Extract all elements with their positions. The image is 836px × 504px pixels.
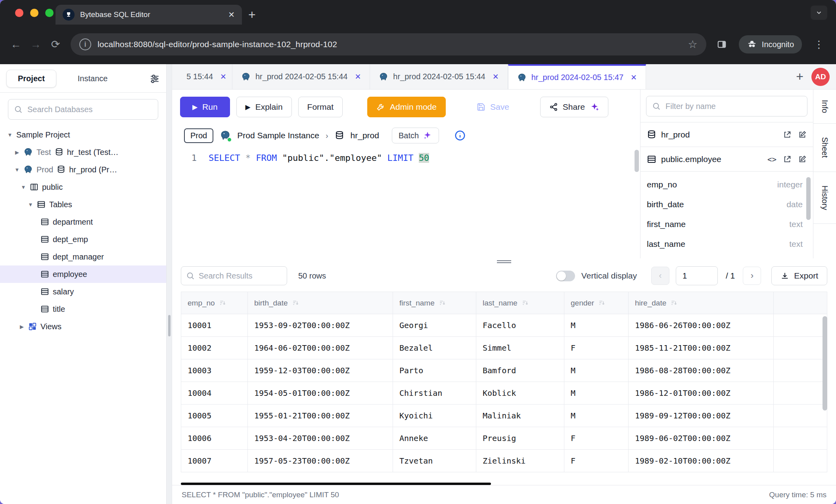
- cell-birth-date[interactable]: 1957-05-23T00:00:00Z: [248, 450, 393, 472]
- cell-emp-no[interactable]: 10002: [181, 337, 248, 359]
- edit-icon[interactable]: [798, 155, 807, 164]
- cell-first-name[interactable]: Parto: [393, 359, 476, 382]
- caret-down-icon[interactable]: ▼: [14, 167, 20, 173]
- browser-menu-icon[interactable]: ⋮: [810, 38, 829, 51]
- zoom-window-button[interactable]: [45, 9, 54, 17]
- save-button[interactable]: Save: [468, 97, 518, 117]
- panel-splitter[interactable]: [172, 258, 836, 265]
- tree-item-tables-group[interactable]: ▼ Tables: [0, 196, 166, 213]
- connection-info-icon[interactable]: [454, 130, 466, 141]
- edit-icon[interactable]: [798, 130, 807, 139]
- cell-last-name[interactable]: Simmel: [476, 337, 564, 359]
- table-row[interactable]: 10007 1957-05-23T00:00:00Z Tzvetan Zieli…: [181, 450, 827, 472]
- batch-button[interactable]: Batch: [392, 128, 439, 143]
- prev-page-button[interactable]: ‹: [651, 267, 669, 285]
- share-button[interactable]: Share: [540, 97, 608, 117]
- tree-item-table-employee-selected[interactable]: employee: [0, 265, 166, 283]
- close-tab-icon[interactable]: ✕: [220, 72, 226, 81]
- back-button[interactable]: ←: [7, 36, 25, 53]
- column-row[interactable]: last_name text: [647, 234, 803, 254]
- cell-hire-date[interactable]: 1985-11-21T00:00:00Z: [629, 337, 774, 359]
- column-header-gender[interactable]: gender: [564, 292, 629, 314]
- cell-gender[interactable]: F: [564, 450, 629, 472]
- column-row[interactable]: birth_date date: [647, 195, 803, 214]
- tree-item-table[interactable]: title: [0, 300, 166, 318]
- next-page-button[interactable]: ›: [743, 267, 761, 285]
- table-row[interactable]: 10002 1964-06-02T00:00:00Z Bezalel Simme…: [181, 337, 827, 359]
- editor-tab-3-active[interactable]: hr_prod 2024-02-05 15:47 ✕: [508, 64, 646, 89]
- editor-tab-0[interactable]: 5 15:44 ✕: [172, 64, 232, 89]
- cell-hire-date[interactable]: 1989-06-02T00:00:00Z: [629, 427, 774, 450]
- cell-hire-date[interactable]: 1989-09-12T00:00:00Z: [629, 405, 774, 427]
- caret-right-icon[interactable]: ▶: [19, 324, 25, 330]
- tree-settings-icon[interactable]: [150, 74, 160, 84]
- browser-tab[interactable]: Bytebase SQL Editor ✕: [56, 5, 242, 25]
- column-header-emp-no[interactable]: emp_no: [181, 292, 248, 314]
- cell-first-name[interactable]: Tzvetan: [393, 450, 476, 472]
- column-row[interactable]: first_name text: [647, 214, 803, 234]
- tree-item-test-db[interactable]: ▶ Test hr_test (Test…: [0, 143, 166, 161]
- search-databases-input[interactable]: [27, 105, 152, 114]
- cell-birth-date[interactable]: 1954-05-01T00:00:00Z: [248, 382, 393, 405]
- cell-emp-no[interactable]: 10005: [181, 405, 248, 427]
- table-row[interactable]: 10001 1953-09-02T00:00:00Z Georgi Facell…: [181, 314, 827, 337]
- cell-emp-no[interactable]: 10003: [181, 359, 248, 382]
- tab-project[interactable]: Project: [6, 70, 56, 88]
- schema-database-row[interactable]: hr_prod: [640, 122, 813, 147]
- sort-icon[interactable]: [219, 299, 227, 307]
- cell-hire-date[interactable]: 1989-02-10T00:00:00Z: [629, 450, 774, 472]
- column-row[interactable]: emp_no integer: [647, 175, 803, 195]
- rail-tab-history[interactable]: History: [813, 172, 836, 224]
- cell-first-name[interactable]: Georgi: [393, 314, 476, 337]
- cell-gender[interactable]: M: [564, 314, 629, 337]
- schema-scrollbar[interactable]: [806, 177, 811, 220]
- tree-item-prod-db[interactable]: ▼ Prod hr_prod (Pr…: [0, 161, 166, 178]
- results-search[interactable]: [181, 266, 287, 285]
- url-bar[interactable]: i localhost:8080/sql-editor/prod-sample-…: [71, 33, 706, 55]
- forward-button[interactable]: →: [27, 36, 44, 53]
- explain-button[interactable]: ▶ Explain: [236, 97, 292, 117]
- new-tab-button[interactable]: +: [248, 8, 256, 22]
- tree-item-table[interactable]: department: [0, 213, 166, 231]
- new-sheet-button[interactable]: +: [796, 69, 803, 84]
- close-tab-icon[interactable]: ✕: [631, 73, 637, 82]
- tab-instance[interactable]: Instance: [67, 70, 119, 87]
- reload-button[interactable]: ⟳: [47, 36, 64, 53]
- cell-birth-date[interactable]: 1959-12-03T00:00:00Z: [248, 359, 393, 382]
- external-link-icon[interactable]: [783, 130, 792, 139]
- user-avatar[interactable]: AD: [811, 68, 830, 86]
- column-header-last-name[interactable]: last_name: [476, 292, 564, 314]
- cell-gender[interactable]: M: [564, 405, 629, 427]
- editor-tab-1[interactable]: hr_prod 2024-02-05 15:44 ✕: [232, 64, 370, 89]
- sort-icon[interactable]: [522, 299, 529, 307]
- vertical-display-toggle[interactable]: [556, 271, 575, 281]
- editor-scrollbar[interactable]: [635, 150, 639, 172]
- caret-down-icon[interactable]: ▼: [21, 184, 26, 190]
- sql-editor[interactable]: 1 SELECT * FROM "public"."employee" LIMI…: [172, 147, 640, 258]
- admin-mode-button[interactable]: Admin mode: [367, 97, 446, 117]
- browser-tab-close-icon[interactable]: ✕: [228, 10, 235, 19]
- cell-birth-date[interactable]: 1955-01-21T00:00:00Z: [248, 405, 393, 427]
- close-tab-icon[interactable]: ✕: [355, 72, 361, 81]
- tree-item-schema-public[interactable]: ▼ public: [0, 178, 166, 196]
- table-row[interactable]: 10006 1953-04-20T00:00:00Z Anneke Preusi…: [181, 427, 827, 450]
- database-name[interactable]: hr_prod: [351, 131, 379, 140]
- schema-table-row[interactable]: public.employee <>: [640, 147, 813, 171]
- site-info-icon[interactable]: i: [79, 38, 91, 50]
- cell-first-name[interactable]: Bezalel: [393, 337, 476, 359]
- results-scrollbar[interactable]: [823, 316, 827, 410]
- cell-first-name[interactable]: Kyoichi: [393, 405, 476, 427]
- caret-right-icon[interactable]: ▶: [14, 149, 20, 155]
- cell-hire-date[interactable]: 1986-08-28T00:00:00Z: [629, 359, 774, 382]
- cell-birth-date[interactable]: 1964-06-02T00:00:00Z: [248, 337, 393, 359]
- sort-icon[interactable]: [292, 299, 300, 307]
- external-link-icon[interactable]: [783, 155, 792, 164]
- cell-last-name[interactable]: Maliniak: [476, 405, 564, 427]
- cell-hire-date[interactable]: 1986-12-01T00:00:00Z: [629, 382, 774, 405]
- cell-last-name[interactable]: Bamford: [476, 359, 564, 382]
- search-results-input[interactable]: [199, 271, 304, 281]
- cell-gender[interactable]: F: [564, 337, 629, 359]
- editor-tab-2[interactable]: hr_prod 2024-02-05 15:44 ✕: [370, 64, 508, 89]
- export-button[interactable]: Export: [771, 266, 827, 285]
- cell-emp-no[interactable]: 10007: [181, 450, 248, 472]
